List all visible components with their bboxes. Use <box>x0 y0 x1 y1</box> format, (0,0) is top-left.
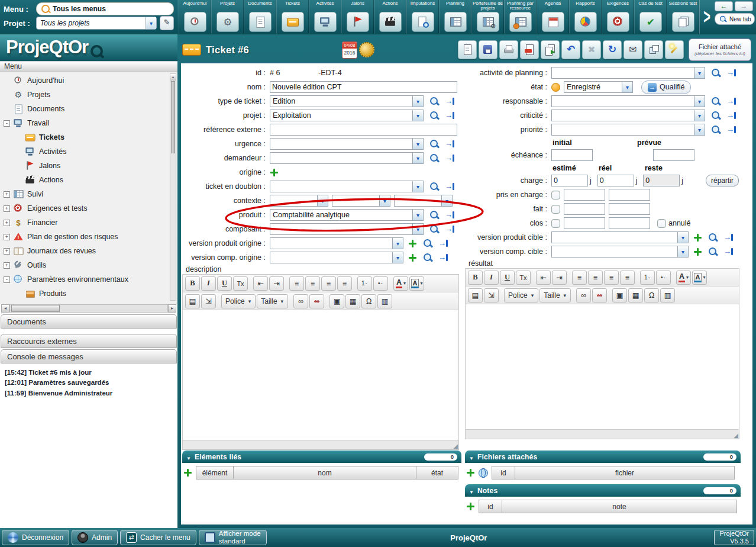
print-button[interactable] <box>499 40 518 59</box>
indent-button[interactable]: ⇥ <box>269 276 284 291</box>
activite-select[interactable] <box>551 67 705 79</box>
today-button[interactable] <box>184 12 206 32</box>
print-preview-button[interactable]: ▤ <box>185 294 200 308</box>
contexte-select-2[interactable] <box>332 195 390 207</box>
table-button[interactable]: ▦ <box>628 288 643 303</box>
italic-button[interactable]: I <box>484 271 499 285</box>
link-button[interactable]: ∞ <box>576 288 591 303</box>
scrollbar-thumb[interactable] <box>11 305 60 312</box>
new-tab-button[interactable]: New tab <box>715 13 755 25</box>
scroll-left-icon[interactable] <box>1 304 9 313</box>
chevron-down-icon[interactable] <box>677 232 688 243</box>
add-icon[interactable] <box>408 253 417 262</box>
link-button[interactable]: ∞ <box>293 294 308 308</box>
size-select[interactable]: Taille <box>539 288 571 303</box>
goto-icon[interactable] <box>445 139 454 149</box>
font-select[interactable]: Police <box>221 294 256 308</box>
admin-user-button[interactable]: Admin <box>72 530 118 545</box>
chevron-down-icon[interactable] <box>412 153 423 163</box>
sidebar-item-plan-de-gestion-des-risques[interactable]: +Plan de gestion des risques <box>0 230 177 244</box>
new-button[interactable] <box>458 40 477 59</box>
underline-button[interactable]: U <box>500 271 515 285</box>
chevron-down-icon[interactable] <box>677 246 688 257</box>
goto-icon[interactable] <box>723 233 733 242</box>
maximize-button[interactable]: ⇲ <box>484 288 499 303</box>
chevron-down-icon[interactable] <box>694 96 705 107</box>
afficher-mode-standard-button[interactable]: Afficher mode standard <box>199 530 267 545</box>
test-sessions-button[interactable] <box>672 12 694 32</box>
expand-icon[interactable]: + <box>4 234 10 240</box>
save-button[interactable] <box>479 40 497 59</box>
special-char-button[interactable]: Ω <box>361 294 376 308</box>
accordion-raccourcis-externes[interactable]: Raccourcis externes <box>1 334 177 348</box>
topbar-item-requirements[interactable]: Exigences <box>602 0 634 34</box>
version-comp-origine-select[interactable] <box>270 252 403 263</box>
unlink-button[interactable]: ∞ <box>309 294 324 308</box>
tree-vertical-scrollbar[interactable] <box>170 73 176 301</box>
etat-select[interactable]: Enregistré <box>564 81 633 93</box>
collapse-icon[interactable] <box>469 452 474 462</box>
clos-checkbox[interactable] <box>551 219 560 228</box>
search-icon[interactable] <box>708 233 718 242</box>
deconnexion-button[interactable]: Déconnexion <box>2 530 69 545</box>
reference-externe-input[interactable] <box>270 124 457 136</box>
undo-button[interactable] <box>561 40 580 59</box>
goto-icon[interactable] <box>726 68 736 78</box>
sidebar-item-suivi[interactable]: +Suivi <box>0 187 177 201</box>
agenda-button[interactable] <box>542 12 564 32</box>
column-header-fichier[interactable]: fichier <box>515 466 735 480</box>
collapse-icon[interactable]: - <box>4 120 10 127</box>
indent-button[interactable]: ⇥ <box>552 271 567 285</box>
clos-date-input[interactable] <box>564 217 605 229</box>
fait-heure-input[interactable] <box>609 203 650 215</box>
sidebar-item-journaux-des-revues[interactable]: +Journaux des revues <box>0 244 177 258</box>
pris-heure-input[interactable] <box>609 189 650 201</box>
globe-icon[interactable] <box>479 468 488 478</box>
bullet-list-button[interactable]: •- <box>373 276 388 291</box>
delete-button[interactable] <box>582 40 601 59</box>
search-icon[interactable] <box>711 111 721 120</box>
responsable-select[interactable] <box>551 95 705 107</box>
column-header-id[interactable]: id <box>479 500 502 513</box>
sidebar-item-exigences-et-tests[interactable]: +Exigences et tests <box>0 201 177 215</box>
milestones-button[interactable] <box>347 12 369 32</box>
chevron-down-icon[interactable] <box>441 195 452 206</box>
search-icon[interactable] <box>429 153 440 163</box>
outdent-button[interactable]: ⇤ <box>253 276 268 291</box>
align-left-button[interactable]: ≡ <box>289 276 304 291</box>
bg-color-button[interactable]: A <box>692 271 707 285</box>
goto-icon[interactable] <box>726 111 736 120</box>
contexte-select-3[interactable] <box>394 195 453 207</box>
sidebar-item-outils[interactable]: +Outils <box>0 258 177 272</box>
resource-planning-button[interactable] <box>509 12 532 32</box>
actions-button[interactable] <box>379 12 402 32</box>
copy-button[interactable] <box>541 40 560 59</box>
editor-resize-handle[interactable] <box>183 440 458 449</box>
goto-icon[interactable] <box>445 224 454 234</box>
search-icon[interactable] <box>429 182 440 191</box>
chevron-down-icon[interactable] <box>379 195 390 206</box>
goto-icon[interactable] <box>445 210 454 220</box>
portfolio-button[interactable] <box>477 12 499 32</box>
description-textarea[interactable] <box>183 310 458 440</box>
clos-heure-input[interactable] <box>609 217 650 229</box>
search-icon[interactable] <box>711 96 721 106</box>
section-header[interactable]: Fichiers attachés 0 <box>465 451 741 463</box>
chevron-down-icon[interactable] <box>392 238 403 249</box>
echeance-initial-input[interactable] <box>551 149 593 161</box>
chevron-down-icon[interactable] <box>412 210 423 220</box>
add-icon[interactable] <box>693 233 702 242</box>
goto-icon[interactable] <box>438 239 448 248</box>
add-icon[interactable] <box>693 247 702 256</box>
column-header-id[interactable]: id <box>492 466 515 480</box>
align-justify-button[interactable]: ≡ <box>620 271 635 285</box>
topbar-item-planning[interactable]: Planning <box>439 0 471 34</box>
search-icon[interactable] <box>423 253 433 262</box>
underline-button[interactable]: U <box>217 276 232 291</box>
clone-button[interactable] <box>644 40 663 59</box>
search-icon[interactable] <box>429 210 440 220</box>
outdent-button[interactable]: ⇤ <box>536 271 551 285</box>
image-button[interactable]: ▣ <box>329 294 344 308</box>
sidebar-item-documents[interactable]: Documents <box>0 102 177 116</box>
repartir-button[interactable]: répartir <box>706 175 739 186</box>
